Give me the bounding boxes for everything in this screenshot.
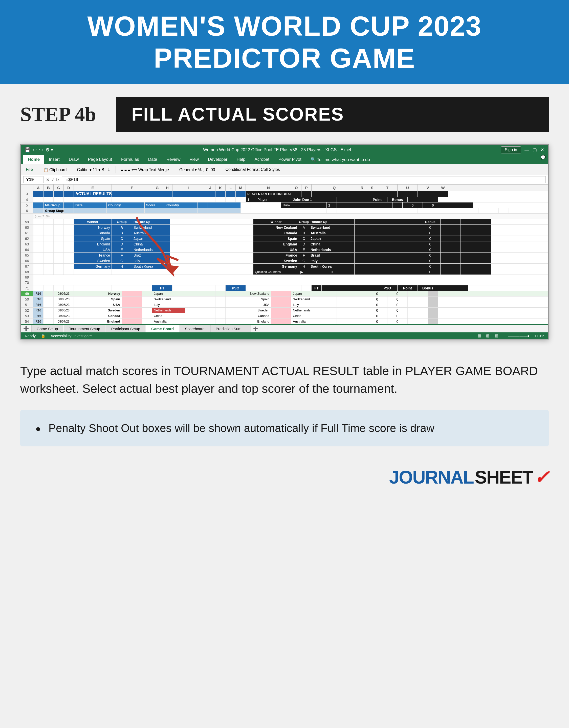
cell-d4 (64, 197, 74, 202)
cell-t59-bonus: Bonus (420, 219, 441, 224)
tab-home[interactable]: Home (23, 155, 44, 164)
cell-a4 (33, 197, 43, 202)
col-header-u: U (398, 185, 418, 191)
col-header-w: W (438, 185, 448, 191)
cell-i5 (208, 202, 241, 208)
row-62: 62 Spain C Japan Spain C Japan 0 (21, 236, 548, 241)
row-66: 66 Sweden G Italy Sweden G Italy 0 (21, 258, 548, 264)
cell-f6 (145, 208, 165, 213)
cell-t5: 0 (403, 202, 423, 208)
cell-h4 (162, 197, 172, 202)
rownum-3: 3 (21, 191, 33, 197)
row-70: 70 (21, 280, 548, 285)
logo-sheet: SHEET (475, 467, 533, 487)
cell-c3 (54, 191, 64, 197)
cell-d5: Date (74, 202, 107, 208)
cancel-formula-icon[interactable]: ✕ (46, 177, 50, 183)
view-normal-icon[interactable]: ▦ (478, 333, 481, 338)
maximize-icon[interactable]: ▢ (533, 147, 537, 153)
cell-b6: Group Stages (43, 208, 64, 213)
cell-m59 (243, 219, 253, 224)
cell-c6 (64, 208, 74, 213)
cell-q3 (312, 191, 357, 197)
cell-t3 (377, 191, 398, 197)
tab-power-pivot[interactable]: Power Pivot (274, 155, 306, 164)
cell-n4-name: John Doe 1 (291, 197, 337, 202)
more-sheets-icon[interactable]: ➕ (253, 326, 258, 331)
tab-acrobat[interactable]: Acrobat (250, 155, 274, 164)
cell-b3 (43, 191, 54, 197)
tab-data[interactable]: Data (144, 155, 162, 164)
tab-page-layout[interactable]: Page Layout (83, 155, 116, 164)
cell-w3 (438, 191, 448, 197)
zoom-level: 110% (535, 334, 544, 338)
cell-reference[interactable]: Y19 (23, 176, 43, 183)
view-page-icon[interactable]: ▦ (495, 333, 498, 338)
tab-review[interactable]: Review (162, 155, 185, 164)
cell-l6 (261, 208, 271, 213)
tab-tournament-setup[interactable]: Tournament Setup (64, 325, 105, 332)
formula-input[interactable]: =$F19 (62, 176, 546, 183)
status-bar: Ready 🔒 Accessibility: Investigate ▦ ▦ ▦… (21, 332, 548, 339)
row-67: 67 Germany H South Korea Germany H South… (21, 264, 548, 269)
cell-n60-nz: New Zealand (253, 225, 299, 230)
col-header-l: L (225, 185, 236, 191)
tab-participant-setup[interactable]: Participant Setup (106, 325, 145, 332)
minimize-icon[interactable]: — (525, 147, 529, 153)
tab-search[interactable]: 🔍 Tell me what you want to do (306, 155, 375, 164)
tab-help[interactable]: Help (232, 155, 250, 164)
col-header-j: J (205, 185, 215, 191)
row-72: 49 R16 08/05/23 Norway Japan New Zealand… (21, 291, 548, 297)
cell-k6 (251, 208, 261, 213)
tab-game-setup[interactable]: Game Setup (31, 325, 63, 332)
accessibility-status: Accessibility: Investigate (51, 334, 92, 338)
tab-developer[interactable]: Developer (203, 155, 232, 164)
cell-n4-num: 1 (246, 197, 256, 202)
file-tab[interactable]: File (26, 167, 33, 172)
cell-s59 (410, 219, 420, 224)
cell-g5: Country (165, 202, 198, 208)
tab-game-board[interactable]: Game Board (146, 325, 179, 332)
sign-in-button[interactable]: Sign in (501, 146, 521, 153)
cell-e4 (74, 197, 112, 202)
cell-p59-runner: Runner Up (309, 219, 355, 224)
red-arrow-svg (117, 213, 180, 279)
ribbon-styles: Conditional Format Cell Styles (225, 167, 280, 172)
tab-prediction-sum[interactable]: Prediction Sum ... (210, 325, 251, 332)
cell-u5: 0 (423, 202, 443, 208)
cell-p6 (337, 208, 372, 213)
cell-c59 (54, 219, 64, 224)
insert-function-icon[interactable]: fx (56, 177, 59, 183)
logo-checkmark: ✓ (534, 467, 549, 487)
cell-w60 (481, 225, 491, 230)
cell-o3 (291, 191, 302, 197)
tab-insert[interactable]: Insert (44, 155, 64, 164)
close-icon[interactable]: ✕ (540, 147, 544, 153)
cell-k4 (215, 197, 225, 202)
cell-h5 (198, 202, 208, 208)
ribbon-number: General ▾ % , .0 .00 (179, 167, 215, 172)
cell-i4 (172, 197, 205, 202)
cell-u59 (441, 219, 461, 224)
view-layout-icon[interactable]: ▦ (486, 333, 490, 338)
cell-a3 (33, 191, 43, 197)
redo-icon: ↪ (39, 147, 43, 153)
tab-view[interactable]: View (185, 155, 203, 164)
col-header-d: D (64, 185, 74, 191)
cell-e3: ACTUAL RESULTS (74, 191, 112, 197)
cell-s5 (393, 202, 403, 208)
cell-m60 (243, 225, 253, 230)
add-sheet-icon[interactable]: ➕ (23, 326, 29, 331)
tab-draw[interactable]: Draw (64, 155, 83, 164)
cell-m4 (236, 197, 246, 202)
tab-formulas[interactable]: Formulas (117, 155, 144, 164)
cell-a6 (33, 208, 43, 213)
row-num-header (21, 185, 33, 191)
cell-u6 (458, 208, 479, 213)
confirm-formula-icon[interactable]: ✓ (51, 177, 55, 183)
tab-scoreboard[interactable]: Scoreboard (179, 325, 210, 332)
zoom-slider[interactable]: —————● (508, 334, 530, 338)
col-header-i: I (172, 185, 205, 191)
cell-f4 (112, 197, 152, 202)
row-74: 51 R16 08/06/23 USA Italy USA Italy 0 0 (21, 302, 548, 308)
